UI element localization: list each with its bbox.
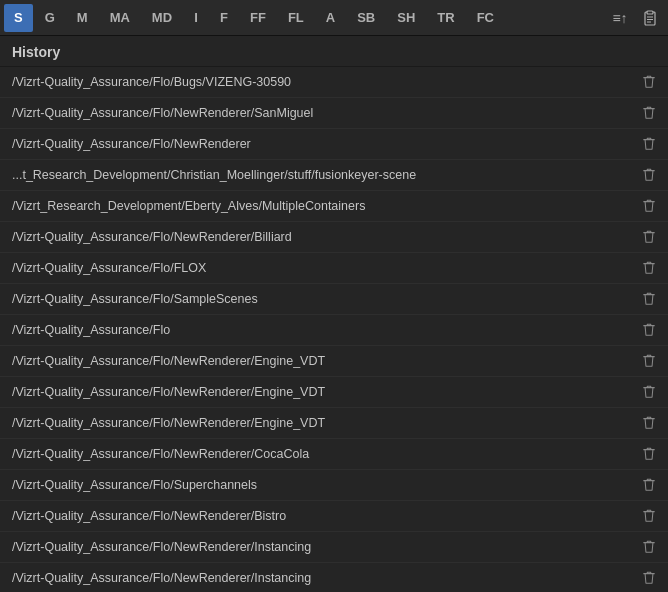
list-item[interactable]: /Vizrt-Quality_Assurance/Flo/NewRenderer… <box>0 346 668 377</box>
list-item[interactable]: /Vizrt-Quality_Assurance/Flo/SampleScene… <box>0 284 668 315</box>
tab-G[interactable]: G <box>35 4 65 32</box>
list-item[interactable]: /Vizrt-Quality_Assurance/Flo/NewRenderer… <box>0 439 668 470</box>
history-item-text: /Vizrt-Quality_Assurance/Flo/NewRenderer… <box>12 354 638 368</box>
delete-button[interactable] <box>638 226 660 248</box>
trash-icon <box>642 75 656 89</box>
trash-icon <box>642 540 656 554</box>
app-container: S G M MA MD I F FF FL A SB SH TR FC ≡↑ H… <box>0 0 668 592</box>
svg-rect-1 <box>647 11 653 14</box>
delete-button[interactable] <box>638 133 660 155</box>
history-item-text: /Vizrt-Quality_Assurance/Flo/NewRenderer… <box>12 447 638 461</box>
history-item-text: /Vizrt-Quality_Assurance/Flo/SampleScene… <box>12 292 638 306</box>
trash-icon <box>642 137 656 151</box>
list-item[interactable]: /Vizrt-Quality_Assurance/Flo/Bugs/VIZENG… <box>0 67 668 98</box>
history-item-text: /Vizrt-Quality_Assurance/Flo/NewRenderer… <box>12 385 638 399</box>
history-item-text: /Vizrt-Quality_Assurance/Flo/Superchanne… <box>12 478 638 492</box>
tab-A[interactable]: A <box>316 4 345 32</box>
history-item-text: /Vizrt-Quality_Assurance/Flo/FLOX <box>12 261 638 275</box>
trash-icon <box>642 385 656 399</box>
delete-button[interactable] <box>638 474 660 496</box>
tab-SH[interactable]: SH <box>387 4 425 32</box>
list-item[interactable]: /Vizrt-Quality_Assurance/Flo/NewRenderer… <box>0 563 668 592</box>
delete-button[interactable] <box>638 412 660 434</box>
delete-button[interactable] <box>638 288 660 310</box>
trash-icon <box>642 199 656 213</box>
notes-button[interactable] <box>636 4 664 32</box>
tab-bar: S G M MA MD I F FF FL A SB SH TR FC ≡↑ <box>0 0 668 36</box>
trash-icon <box>642 509 656 523</box>
tab-M[interactable]: M <box>67 4 98 32</box>
tab-TR[interactable]: TR <box>427 4 464 32</box>
list-item[interactable]: /Vizrt-Quality_Assurance/Flo/NewRenderer… <box>0 532 668 563</box>
history-item-text: /Vizrt_Research_Development/Eberty_Alves… <box>12 199 638 213</box>
tab-F[interactable]: F <box>210 4 238 32</box>
trash-icon <box>642 354 656 368</box>
history-list[interactable]: /Vizrt-Quality_Assurance/Flo/Bugs/VIZENG… <box>0 67 668 592</box>
tab-MA[interactable]: MA <box>100 4 140 32</box>
delete-button[interactable] <box>638 195 660 217</box>
history-item-text: /Vizrt-Quality_Assurance/Flo/NewRenderer… <box>12 230 638 244</box>
trash-icon <box>642 323 656 337</box>
list-item[interactable]: /Vizrt-Quality_Assurance/Flo/NewRenderer… <box>0 98 668 129</box>
trash-icon <box>642 106 656 120</box>
history-title: History <box>12 44 60 60</box>
history-item-text: /Vizrt-Quality_Assurance/Flo/NewRenderer… <box>12 509 638 523</box>
list-item[interactable]: ...t_Research_Development/Christian_Moel… <box>0 160 668 191</box>
trash-icon <box>642 478 656 492</box>
delete-button[interactable] <box>638 381 660 403</box>
delete-button[interactable] <box>638 71 660 93</box>
tab-MD[interactable]: MD <box>142 4 182 32</box>
trash-icon <box>642 571 656 585</box>
history-item-text: /Vizrt-Quality_Assurance/Flo/NewRenderer… <box>12 106 638 120</box>
history-item-text: /Vizrt-Quality_Assurance/Flo/NewRenderer… <box>12 416 638 430</box>
trash-icon <box>642 261 656 275</box>
list-item[interactable]: /Vizrt-Quality_Assurance/Flo/NewRenderer… <box>0 222 668 253</box>
tab-FC[interactable]: FC <box>467 4 504 32</box>
delete-button[interactable] <box>638 443 660 465</box>
trash-icon <box>642 447 656 461</box>
history-item-text: /Vizrt-Quality_Assurance/Flo/Bugs/VIZENG… <box>12 75 638 89</box>
list-item[interactable]: /Vizrt-Quality_Assurance/Flo/NewRenderer… <box>0 501 668 532</box>
tab-FL[interactable]: FL <box>278 4 314 32</box>
clipboard-icon <box>642 10 658 26</box>
trash-icon <box>642 416 656 430</box>
delete-button[interactable] <box>638 319 660 341</box>
delete-button[interactable] <box>638 505 660 527</box>
delete-button[interactable] <box>638 164 660 186</box>
history-item-text: ...t_Research_Development/Christian_Moel… <box>12 168 638 182</box>
history-item-text: /Vizrt-Quality_Assurance/Flo/NewRenderer… <box>12 571 638 585</box>
list-item[interactable]: /Vizrt-Quality_Assurance/Flo/Superchanne… <box>0 470 668 501</box>
trash-icon <box>642 292 656 306</box>
list-item[interactable]: /Vizrt-Quality_Assurance/Flo/NewRenderer… <box>0 408 668 439</box>
history-item-text: /Vizrt-Quality_Assurance/Flo/NewRenderer <box>12 137 638 151</box>
history-item-text: /Vizrt-Quality_Assurance/Flo/NewRenderer… <box>12 540 638 554</box>
list-item[interactable]: /Vizrt-Quality_Assurance/Flo/NewRenderer… <box>0 377 668 408</box>
history-item-text: /Vizrt-Quality_Assurance/Flo <box>12 323 638 337</box>
sort-button[interactable]: ≡↑ <box>606 4 634 32</box>
list-item[interactable]: /Vizrt-Quality_Assurance/Flo <box>0 315 668 346</box>
tab-SB[interactable]: SB <box>347 4 385 32</box>
delete-button[interactable] <box>638 567 660 589</box>
trash-icon <box>642 168 656 182</box>
tab-I[interactable]: I <box>184 4 208 32</box>
trash-icon <box>642 230 656 244</box>
delete-button[interactable] <box>638 536 660 558</box>
delete-button[interactable] <box>638 350 660 372</box>
list-item[interactable]: /Vizrt_Research_Development/Eberty_Alves… <box>0 191 668 222</box>
delete-button[interactable] <box>638 102 660 124</box>
tab-FF[interactable]: FF <box>240 4 276 32</box>
delete-button[interactable] <box>638 257 660 279</box>
tab-S[interactable]: S <box>4 4 33 32</box>
list-item[interactable]: /Vizrt-Quality_Assurance/Flo/NewRenderer <box>0 129 668 160</box>
history-header: History <box>0 36 668 67</box>
list-item[interactable]: /Vizrt-Quality_Assurance/Flo/FLOX <box>0 253 668 284</box>
